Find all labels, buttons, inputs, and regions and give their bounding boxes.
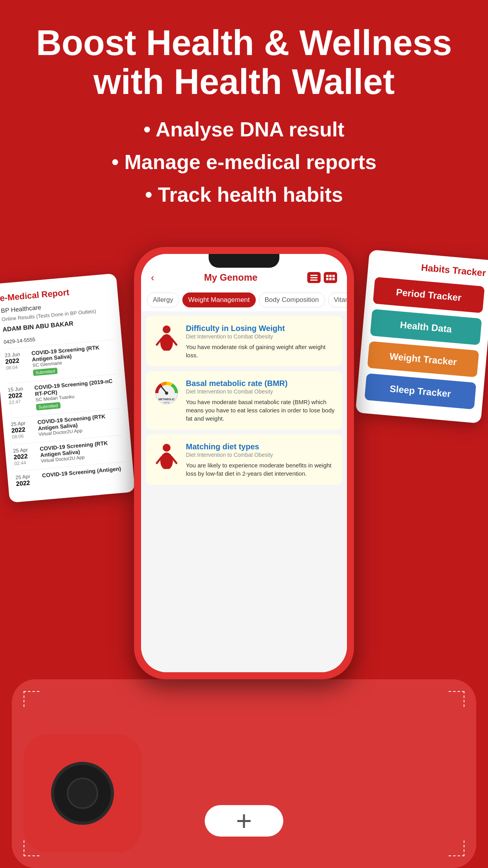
tab-body-composition[interactable]: Body Composition <box>259 292 325 307</box>
habits-title: Habits Tracker <box>376 258 486 278</box>
emedical-record-3: 25 Apr 2022 08:06 COVID-19 Screening (RT… <box>10 408 122 440</box>
habits-card: Habits Tracker Period Tracker Health Dat… <box>355 249 488 423</box>
svg-text:RATE: RATE <box>163 401 170 404</box>
filter-tabs-container: Allergy Weight Management Body Compositi… <box>141 289 347 311</box>
emedical-record-2: 15 Jun 2022 22:47 COVID-19 Screening (20… <box>7 373 119 413</box>
bullet-medical: • Manage e-medical reports <box>24 146 464 178</box>
phone-mockup: ‹ My Genome <box>134 247 354 679</box>
screen-title: My Genome <box>204 272 257 283</box>
card-3-title: Matching diet types <box>186 441 335 452</box>
corner-tl <box>24 691 39 707</box>
phone-screen: ‹ My Genome <box>141 254 347 672</box>
svg-point-1 <box>160 334 173 351</box>
genome-card-2[interactable]: METABOLIC RATE Basal metabolic rate (BMR… <box>146 371 342 430</box>
card-2-title: Basal metabolic rate (BMR) <box>186 378 335 388</box>
headline-line1: Boost Health & Wellness <box>36 23 452 63</box>
phone-outer-frame: ‹ My Genome <box>134 247 354 679</box>
grid-view-icon[interactable] <box>324 272 337 283</box>
card-2-content: Basal metabolic rate (BMR) Diet Interven… <box>186 378 335 423</box>
headline-line2: with Health Wallet <box>94 62 395 101</box>
emedical-card: e-Medical Report BP Healthcare Online Re… <box>0 273 135 503</box>
camera-lens-inner <box>67 778 98 809</box>
svg-point-0 <box>163 326 171 333</box>
header-section: Boost Health & Wellness with Health Wall… <box>0 0 488 223</box>
phone-notch <box>209 254 279 268</box>
plus-icon: + <box>236 807 252 835</box>
card-1-body: You have moderate risk of gaining weight… <box>186 343 335 359</box>
back-button[interactable]: ‹ <box>151 272 154 284</box>
bullet-dna: • Analyse DNA result <box>24 113 464 146</box>
card-1-content: Difficulty in Losing Weight Diet Interve… <box>186 323 335 359</box>
main-headline: Boost Health & Wellness with Health Wall… <box>24 24 464 101</box>
card-2-subtitle: Diet Intervention to Combat Obesity <box>186 388 335 395</box>
emedical-record-4: 25 Apr 2022 02:44 COVID-19 Screening (RT… <box>13 435 124 466</box>
corner-tr <box>449 691 464 707</box>
tab-weight-management[interactable]: Weight Management <box>182 292 256 307</box>
card-3-subtitle: Diet Intervention to Combat Obesity <box>186 452 335 458</box>
sleep-tracker-item[interactable]: Sleep Tracker <box>364 373 476 409</box>
emedical-record-1: 23 Jun 2022 08:04 COVID-19 Screening (RT… <box>4 339 117 379</box>
card-3-body: You are likely to experience moderate be… <box>186 461 335 478</box>
card-3-icon <box>153 441 180 469</box>
svg-point-6 <box>165 392 168 395</box>
svg-text:METABOLIC: METABOLIC <box>158 398 174 401</box>
emedical-record-5: 25 Apr 2022 COVID-19 Screening (Antigen) <box>15 462 126 487</box>
tab-allergy[interactable]: Allergy <box>147 292 179 307</box>
card-1-icon <box>153 323 180 351</box>
card-2-body: You have moderate basal metabolic rate (… <box>186 398 335 423</box>
card-1-title: Difficulty in Losing Weight <box>186 323 335 333</box>
add-button[interactable]: + <box>205 805 283 837</box>
bottom-section: + <box>0 664 488 868</box>
svg-point-10 <box>160 452 173 469</box>
list-view-icon[interactable] <box>307 272 321 283</box>
health-data-item[interactable]: Health Data <box>370 309 482 345</box>
card-2-icon: METABOLIC RATE <box>153 378 180 406</box>
svg-point-9 <box>163 444 171 452</box>
tab-vitamins[interactable]: Vitami... <box>328 292 347 307</box>
view-icons <box>307 272 337 283</box>
weight-tracker-item[interactable]: Weight Tracker <box>367 341 479 377</box>
card-1-subtitle: Diet Intervention to Combat Obesity <box>186 333 335 340</box>
feature-bullets: • Analyse DNA result • Manage e-medical … <box>24 113 464 211</box>
camera-device <box>24 734 141 852</box>
genome-card-1[interactable]: Difficulty in Losing Weight Diet Interve… <box>146 316 342 366</box>
corner-br <box>449 840 464 856</box>
bullet-habits: • Track health habits <box>24 178 464 211</box>
genome-card-3[interactable]: Matching diet types Diet Intervention to… <box>146 434 342 485</box>
period-tracker-item[interactable]: Period Tracker <box>373 277 485 313</box>
card-3-content: Matching diet types Diet Intervention to… <box>186 441 335 478</box>
phone-screen-container: ‹ My Genome <box>141 254 347 672</box>
camera-lens <box>51 762 114 825</box>
